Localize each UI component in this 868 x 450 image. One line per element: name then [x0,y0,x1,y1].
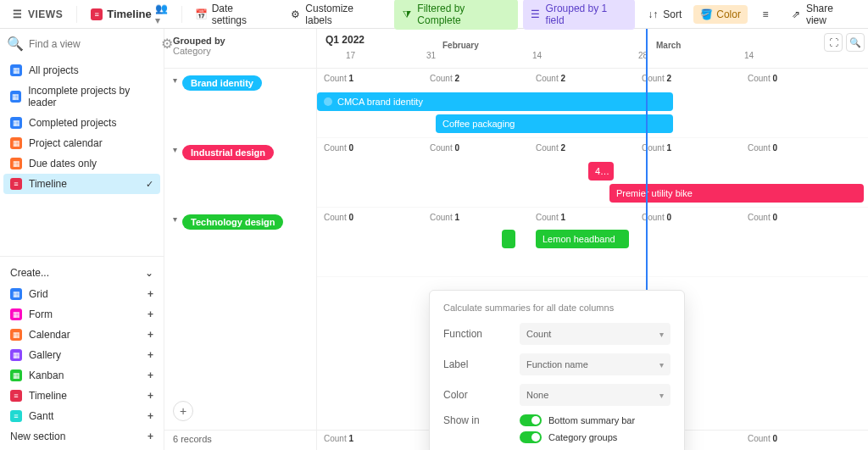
timeline-icon: ≡ [91,8,103,20]
create-grid[interactable]: ▦Grid+ [3,284,160,304]
caret-icon[interactable]: ▾ [173,75,177,85]
view-item-incomplete[interactable]: ▦Incomplete projects by leader [3,81,160,113]
timeline-lane: Count 1Count 2Count 2Count 2Count 0CMCA … [317,69,868,138]
view-label: Timeline [29,178,67,190]
bar-label: Coffee packaging [442,119,515,129]
color-button[interactable]: 🪣 Color [693,5,748,24]
customize-label: Customize labels [305,3,382,26]
group-chip[interactable]: Technology design [182,214,283,230]
timeline-bar[interactable]: CMCA brand identity [317,92,673,111]
month-label: March [656,41,681,50]
count-cell: Count 2 [423,74,529,83]
view-item-all-projects[interactable]: ▦All projects [3,60,160,81]
timeline-bar[interactable]: Lemon headband [536,230,629,248]
view-item-calendar[interactable]: ▦Project calendar [3,133,160,153]
footer-count-cell: Count 0 [741,431,847,450]
filter-icon: ⧩ [401,8,413,20]
filter-label: Filtered by Complete [417,3,510,26]
count-cell: Count 1 [317,74,423,83]
create-gallery[interactable]: ▦Gallery+ [3,345,160,365]
timeline-bar[interactable] [502,230,515,248]
row-height-button[interactable]: ≡ [753,5,778,24]
date-settings-button[interactable]: 📅 Date settings [189,0,278,30]
records-footer: 6 records [164,430,316,450]
gear-icon: ⚙ [289,8,301,20]
count-cell: Count 2 [529,74,635,83]
plus-icon: + [147,308,153,320]
view-item-due-dates[interactable]: ▦Due dates only [3,153,160,174]
caret-icon[interactable]: ▾ [173,145,177,154]
day-col: 14 [741,51,847,60]
create-kanban[interactable]: ▦Kanban+ [3,365,160,386]
toggle-bottom-summary[interactable] [520,414,542,426]
timeline-icon: ≡ [10,178,22,190]
group-chip[interactable]: Brand identity [182,75,262,91]
grid-icon: ▦ [10,288,22,300]
create-header[interactable]: Create... ⌄ [3,262,160,284]
create-item-label: Gantt [29,410,53,422]
find-view-input[interactable] [29,38,156,50]
customize-labels-button[interactable]: ⚙ Customize labels [282,0,389,30]
grid-icon: ▦ [10,64,22,76]
grouped-by-sub: Category [173,46,308,56]
sort-icon: ↓↑ [647,8,659,20]
search-button[interactable]: 🔍 [846,33,865,52]
day-row: 17 31 14 28 14 [317,51,868,60]
timeline-bar[interactable]: Coffee packaging [436,114,673,133]
bar-label: Premier utility bike [616,188,693,198]
group-row-brand: ▾ Brand identity [164,69,316,138]
create-gantt[interactable]: ≡Gantt+ [3,406,160,426]
count-cell: Count 0 [741,74,847,83]
grid-icon: ▦ [10,117,22,129]
count-cell: Count 0 [635,213,741,222]
timeline-bar[interactable]: Premier utility bike [609,184,864,203]
expand-button[interactable]: ⛶ [824,33,843,52]
create-item-label: Kanban [29,369,64,381]
search-icon: 🔍 [7,36,24,52]
create-new-section[interactable]: New section+ [3,426,160,447]
timeline-lane: Count 0Count 0Count 2Count 1Count 04…Pre… [317,138,868,208]
view-title-button[interactable]: ≡ Timeline 👥▾ [84,4,175,24]
function-select[interactable]: Count [520,323,670,345]
caret-icon[interactable]: ▾ [173,214,177,224]
gantt-icon: ≡ [10,410,22,422]
add-group-button[interactable]: + [173,401,193,421]
group-header: Grouped by Category [164,29,316,69]
group-row-industrial: ▾ Industrial design [164,138,316,208]
group-row-technology: ▾ Technology design [164,208,316,277]
sort-button[interactable]: ↓↑ Sort [640,5,688,24]
footer-count-cell: Count 1 [317,431,423,450]
filter-button[interactable]: ⧩ Filtered by Complete [394,0,517,30]
create-item-label: Grid [29,288,48,300]
view-label: Due dates only [29,158,97,169]
day-col: 28 [635,51,741,60]
date-settings-label: Date settings [212,3,271,26]
calendar-icon: ▦ [10,158,22,169]
timeline-bar[interactable]: 4… [588,162,614,181]
toggle-category-groups[interactable] [520,431,542,443]
share-view-button[interactable]: ⇗ Share view [783,0,863,30]
view-item-completed[interactable]: ▦Completed projects [3,113,160,133]
create-form[interactable]: ▦Form+ [3,304,160,325]
check-icon: ✓ [146,179,153,190]
sidebar: 🔍 ⚙ ▦All projects ▦Incomplete projects b… [0,29,164,450]
label-label: Label [443,358,520,370]
group-chip[interactable]: Industrial design [182,145,274,160]
calendar-icon: ▦ [10,329,22,341]
form-icon: ▦ [10,308,22,320]
color-select[interactable]: None [520,384,670,406]
day-col: 31 [423,51,529,60]
view-item-timeline[interactable]: ≡Timeline✓ [3,174,160,194]
gallery-icon: ▦ [10,349,22,361]
grid-icon: ▦ [10,91,21,103]
create-item-label: Form [29,308,53,320]
share-icon: ⇗ [790,8,802,20]
label-select[interactable]: Function name [520,353,670,375]
create-timeline[interactable]: ≡Timeline+ [3,386,160,406]
calendar-icon: 📅 [196,8,208,20]
create-calendar[interactable]: ▦Calendar+ [3,325,160,345]
view-list: ▦All projects ▦Incomplete projects by le… [0,58,164,196]
views-button[interactable]: ☰ VIEWS [5,5,70,24]
group-label: Grouped by 1 field [546,3,629,26]
group-button[interactable]: ☰ Grouped by 1 field [523,0,636,30]
